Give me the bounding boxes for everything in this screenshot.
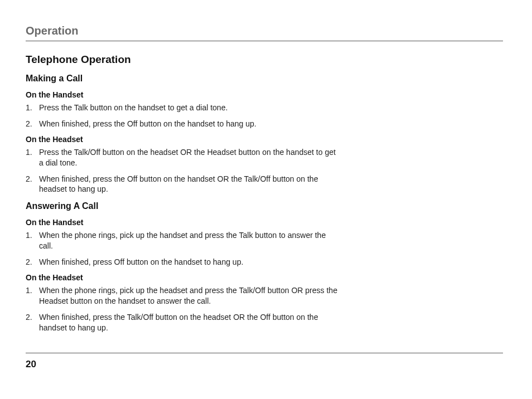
list-item: When finished, press the Off button on t… xyxy=(26,119,338,129)
list-item: When the phone rings, pick up the headse… xyxy=(26,285,338,306)
list-item: When the phone rings, pick up the handse… xyxy=(26,230,338,251)
answering-headset-steps: When the phone rings, pick up the headse… xyxy=(26,285,338,333)
page-number: 20 xyxy=(26,359,503,370)
answering-headset-title: On the Headset xyxy=(26,273,503,282)
making-call-title: Making a Call xyxy=(26,74,503,84)
page-footer: 20 xyxy=(26,353,503,370)
list-item: Press the Talk/Off button on the headset… xyxy=(26,147,338,168)
list-item: When finished, press the Talk/Off button… xyxy=(26,312,338,333)
answering-call-title: Answering A Call xyxy=(26,201,503,211)
page-content: Operation Telephone Operation Making a C… xyxy=(0,0,532,333)
answering-handset-steps: When the phone rings, pick up the handse… xyxy=(26,230,338,267)
making-headset-title: On the Headset xyxy=(26,135,503,144)
list-item: When finished, press Off button on the h… xyxy=(26,257,338,267)
chapter-header: Operation xyxy=(26,25,503,41)
list-item: When finished, press the Off button on t… xyxy=(26,174,338,195)
making-handset-steps: Press the Talk button on the handset to … xyxy=(26,103,338,129)
making-headset-steps: Press the Talk/Off button on the headset… xyxy=(26,147,338,195)
section-title: Telephone Operation xyxy=(26,53,503,66)
list-item: Press the Talk button on the handset to … xyxy=(26,103,338,113)
answering-handset-title: On the Handset xyxy=(26,218,503,227)
making-handset-title: On the Handset xyxy=(26,90,503,99)
